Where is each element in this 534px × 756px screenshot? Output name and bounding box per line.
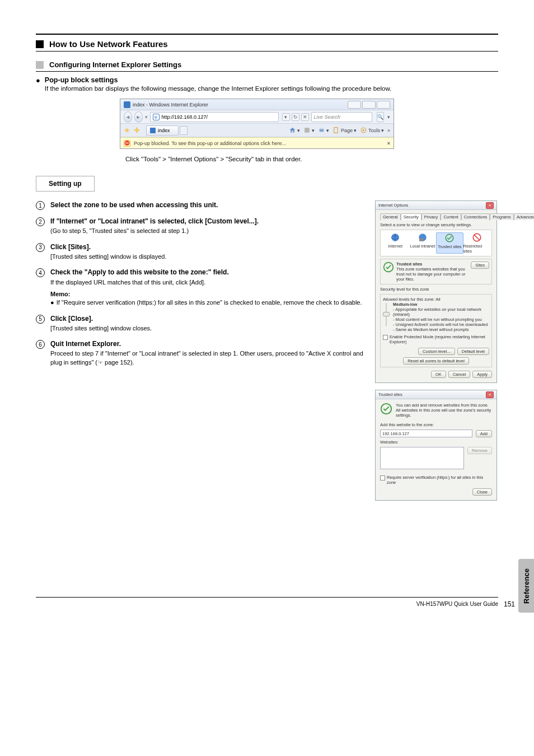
step-number: 3: [36, 243, 45, 252]
security-level-box: Allowed levels for this zone: All Medium…: [380, 294, 492, 367]
popup-block-title: Pop-up block settings: [45, 76, 391, 84]
refresh-icon[interactable]: ↻: [292, 113, 299, 121]
trusted-sites-box: Trusted sites This zone contains website…: [380, 259, 492, 284]
back-button[interactable]: ◄: [124, 111, 132, 123]
close-button[interactable]: Close: [472, 488, 492, 496]
print-button[interactable]: ▾: [318, 127, 329, 134]
internet-options-tabs: General Security Privacy Content Connect…: [380, 213, 492, 220]
tab-icon: [150, 128, 156, 133]
new-tab-button[interactable]: [180, 126, 188, 135]
svg-point-5: [363, 129, 364, 131]
stop-icon[interactable]: ✕: [301, 113, 309, 121]
add-website-input[interactable]: 192.168.0.127: [380, 430, 472, 437]
step-number: 4: [36, 268, 45, 277]
section-heading: How to Use Network Features: [36, 39, 498, 49]
tools-menu[interactable]: Tools ▾: [360, 127, 384, 134]
step-5-body: [Trusted sites setting] window closes.: [50, 324, 152, 333]
svg-line-12: [474, 235, 479, 240]
svg-rect-1: [320, 129, 324, 132]
close-button[interactable]: [377, 101, 390, 109]
protected-mode-checkbox[interactable]: Enable Protected Mode (requires restarti…: [383, 334, 489, 344]
svg-rect-3: [334, 128, 338, 133]
security-slider[interactable]: [383, 302, 390, 327]
tab-content[interactable]: Content: [441, 213, 461, 220]
step-4-head: Check the "Apply to add this website to …: [50, 268, 362, 277]
default-level-button[interactable]: Default level: [457, 348, 489, 355]
checkbox-icon: [380, 475, 385, 480]
feeds-button[interactable]: ▾: [303, 127, 315, 134]
remove-button[interactable]: Remove: [467, 447, 492, 454]
home-button[interactable]: ▾: [289, 127, 300, 134]
dialog-close-button[interactable]: ×: [486, 202, 494, 209]
info-bar-text: Pop-up blocked. To see this pop-up or ad…: [134, 141, 286, 146]
dialog-close-button[interactable]: ×: [486, 391, 494, 398]
apply-button[interactable]: Apply: [472, 371, 492, 378]
ie-toolbar: ★ ✚ index ▾ ▾ ▾ Page ▾ Tools ▾ »: [120, 124, 394, 137]
tab-connections[interactable]: Connections: [461, 213, 490, 220]
favorites-star-icon[interactable]: ★: [124, 126, 133, 135]
tab-general[interactable]: General: [380, 213, 401, 220]
search-box[interactable]: Live Search: [311, 112, 372, 122]
medlow-line-2: - Unsigned ActiveX controls will not be …: [393, 322, 489, 327]
zone-internet[interactable]: Internet: [382, 232, 409, 254]
add-favorites-icon[interactable]: ✚: [134, 126, 143, 135]
sec-level-head: Security level for this zone: [380, 287, 492, 292]
internet-options-titlebar: Internet Options ×: [376, 201, 496, 210]
page-menu[interactable]: Page ▾: [332, 127, 357, 134]
sites-button[interactable]: Sites: [471, 262, 489, 269]
sub-title: Configuring Internet Explorer Settings: [49, 60, 181, 69]
step-number: 2: [36, 217, 45, 226]
screenshot-caption: Click "Tools" > "Internet Options" > "Se…: [125, 155, 498, 164]
tab-privacy[interactable]: Privacy: [421, 213, 441, 220]
address-bar[interactable]: e http://192.168.0.127/: [150, 112, 279, 122]
require-https-checkbox[interactable]: Require server verification (https:) for…: [380, 475, 492, 485]
select-zone-label: Select a zone to view or change security…: [380, 222, 492, 227]
step-2-head: If "Internet" or "Local intranet" is sel…: [50, 217, 259, 226]
tab-advanced[interactable]: Advanced: [514, 213, 534, 220]
search-placeholder: Live Search: [314, 114, 341, 120]
trusted-sites-title: Trusted sites: [378, 392, 402, 397]
add-button[interactable]: Add: [476, 430, 492, 437]
step-number: 6: [36, 340, 45, 349]
steps-column: 1 Select the zone to be used when access…: [36, 200, 364, 507]
step-5-head: Click [Close].: [50, 314, 152, 323]
tab-security[interactable]: Security: [401, 213, 421, 220]
ok-button[interactable]: OK: [431, 371, 446, 378]
cancel-button[interactable]: Cancel: [448, 371, 470, 378]
search-button[interactable]: 🔍: [377, 112, 384, 122]
info-icon: ⛔: [124, 140, 130, 147]
step-number: 5: [36, 315, 45, 324]
trusted-sites-titlebar: Trusted sites ×: [376, 390, 496, 399]
bullet-dot: ●: [36, 76, 40, 93]
maximize-button[interactable]: [362, 101, 376, 109]
toolbar-chevron-icon[interactable]: »: [387, 128, 390, 133]
information-bar[interactable]: ⛔ Pop-up blocked. To see this pop-up or …: [120, 137, 394, 148]
forward-button[interactable]: ►: [134, 111, 143, 123]
websites-listbox[interactable]: [380, 447, 464, 469]
step-2-body: (Go to step 5, "Trusted sites" is select…: [50, 227, 259, 235]
step-2: 2 If "Internet" or "Local intranet" is s…: [36, 217, 364, 236]
dropdown-icon[interactable]: ▾: [145, 114, 148, 120]
custom-level-button[interactable]: Custom level...: [418, 348, 455, 355]
step-5: 5 Click [Close]. [Trusted sites setting]…: [36, 314, 364, 333]
info-bar-close[interactable]: ×: [387, 141, 390, 146]
checkmark-icon: [380, 403, 392, 415]
zone-local-intranet[interactable]: Local intranet: [409, 232, 437, 254]
section-bullet-square: [36, 40, 44, 48]
zone-trusted-sites[interactable]: Trusted sites: [436, 232, 463, 254]
internet-options-title: Internet Options: [378, 203, 408, 208]
zone-restricted-sites[interactable]: Restricted sites: [463, 232, 491, 254]
section-title: How to Use Network Features: [49, 39, 168, 49]
address-dropdown-icon[interactable]: ▾: [282, 113, 290, 121]
browser-tab[interactable]: index: [146, 125, 179, 136]
memo-text: If "Require server verification (https:)…: [57, 298, 362, 307]
step-1: 1 Select the zone to be used when access…: [36, 200, 364, 210]
search-dropdown-icon[interactable]: ▾: [387, 114, 390, 120]
svg-rect-0: [305, 128, 310, 133]
checkbox-icon: [383, 335, 388, 340]
ie-titlebar: index - Windows Internet Explorer: [120, 99, 394, 110]
step-4: 4 Check the "Apply to add this website t…: [36, 268, 364, 307]
minimize-button[interactable]: [348, 101, 361, 109]
reset-zones-button[interactable]: Reset all zones to default level: [403, 357, 469, 365]
tab-programs[interactable]: Programs: [490, 213, 514, 220]
